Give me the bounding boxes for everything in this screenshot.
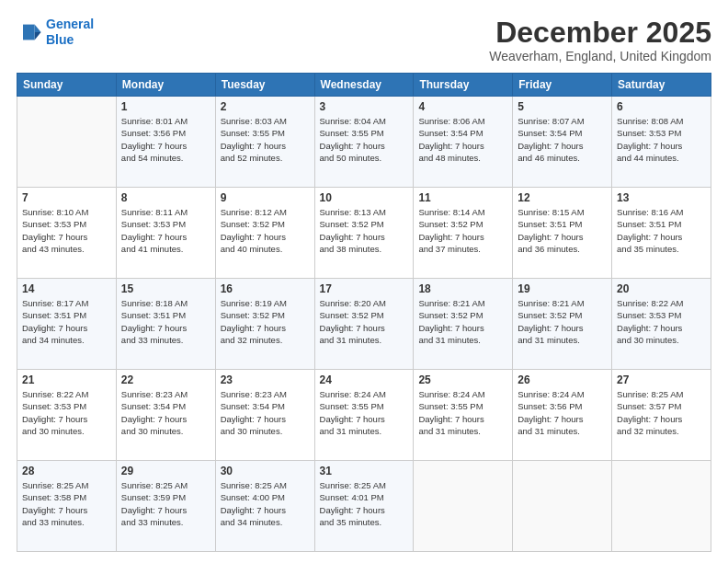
calendar-cell: 31Sunrise: 8:25 AMSunset: 4:01 PMDayligh… <box>314 461 414 552</box>
day-info: Sunrise: 8:22 AMSunset: 3:53 PMDaylight:… <box>22 388 111 437</box>
day-number: 19 <box>518 282 607 295</box>
day-number: 7 <box>22 191 111 204</box>
calendar-week-4: 21Sunrise: 8:22 AMSunset: 3:53 PMDayligh… <box>17 370 711 461</box>
day-info: Sunrise: 8:12 AMSunset: 3:52 PMDaylight:… <box>221 206 310 255</box>
day-info: Sunrise: 8:16 AMSunset: 3:51 PMDaylight:… <box>617 206 706 255</box>
calendar-cell: 15Sunrise: 8:18 AMSunset: 3:51 PMDayligh… <box>116 279 215 370</box>
calendar-cell: 19Sunrise: 8:21 AMSunset: 3:52 PMDayligh… <box>513 279 612 370</box>
calendar-title: December 2025 <box>489 17 711 49</box>
calendar-cell: 3Sunrise: 8:04 AMSunset: 3:55 PMDaylight… <box>314 97 414 188</box>
day-number: 18 <box>418 282 507 295</box>
calendar-cell: 25Sunrise: 8:24 AMSunset: 3:55 PMDayligh… <box>414 370 513 461</box>
col-tuesday: Tuesday <box>215 74 314 97</box>
logo-text: General Blue <box>46 17 94 48</box>
day-info: Sunrise: 8:06 AMSunset: 3:54 PMDaylight:… <box>418 115 507 164</box>
calendar-cell: 24Sunrise: 8:24 AMSunset: 3:55 PMDayligh… <box>314 370 414 461</box>
calendar-cell: 22Sunrise: 8:23 AMSunset: 3:54 PMDayligh… <box>116 370 215 461</box>
col-monday: Monday <box>116 74 215 97</box>
calendar-cell: 8Sunrise: 8:11 AMSunset: 3:53 PMDaylight… <box>116 188 215 279</box>
calendar-cell: 6Sunrise: 8:08 AMSunset: 3:53 PMDaylight… <box>612 97 711 188</box>
day-info: Sunrise: 8:10 AMSunset: 3:53 PMDaylight:… <box>22 206 111 255</box>
day-number: 16 <box>221 282 310 295</box>
logo-icon <box>17 19 42 45</box>
day-number: 10 <box>320 191 409 204</box>
day-number: 28 <box>22 465 111 477</box>
logo: General Blue <box>17 17 94 48</box>
day-info: Sunrise: 8:08 AMSunset: 3:53 PMDaylight:… <box>617 115 706 164</box>
calendar-cell: 26Sunrise: 8:24 AMSunset: 3:56 PMDayligh… <box>513 370 612 461</box>
day-info: Sunrise: 8:25 AMSunset: 3:57 PMDaylight:… <box>617 388 706 437</box>
day-info: Sunrise: 8:07 AMSunset: 3:54 PMDaylight:… <box>518 115 607 164</box>
day-info: Sunrise: 8:24 AMSunset: 3:55 PMDaylight:… <box>320 388 409 437</box>
calendar-cell <box>414 461 513 552</box>
calendar-cell: 23Sunrise: 8:23 AMSunset: 3:54 PMDayligh… <box>215 370 314 461</box>
day-number: 31 <box>320 465 409 477</box>
calendar-cell: 16Sunrise: 8:19 AMSunset: 3:52 PMDayligh… <box>215 279 314 370</box>
calendar-cell: 14Sunrise: 8:17 AMSunset: 3:51 PMDayligh… <box>17 279 117 370</box>
day-number: 2 <box>221 100 310 113</box>
day-number: 26 <box>518 373 607 386</box>
day-number: 14 <box>22 282 111 295</box>
calendar-cell: 30Sunrise: 8:25 AMSunset: 4:00 PMDayligh… <box>215 461 314 552</box>
calendar-cell: 13Sunrise: 8:16 AMSunset: 3:51 PMDayligh… <box>612 188 711 279</box>
day-number: 13 <box>617 191 706 204</box>
day-info: Sunrise: 8:24 AMSunset: 3:56 PMDaylight:… <box>518 388 607 437</box>
day-info: Sunrise: 8:21 AMSunset: 3:52 PMDaylight:… <box>518 297 607 346</box>
day-number: 22 <box>121 373 210 386</box>
day-info: Sunrise: 8:25 AMSunset: 3:58 PMDaylight:… <box>22 479 111 528</box>
calendar-cell: 2Sunrise: 8:03 AMSunset: 3:55 PMDaylight… <box>215 97 314 188</box>
day-number: 29 <box>121 465 210 477</box>
day-number: 15 <box>121 282 210 295</box>
day-info: Sunrise: 8:13 AMSunset: 3:52 PMDaylight:… <box>320 206 409 255</box>
day-number: 20 <box>617 282 706 295</box>
calendar-subtitle: Weaverham, England, United Kingdom <box>489 49 711 63</box>
calendar-cell: 17Sunrise: 8:20 AMSunset: 3:52 PMDayligh… <box>314 279 414 370</box>
page: General Blue December 2025 Weaverham, En… <box>0 0 728 563</box>
day-info: Sunrise: 8:25 AMSunset: 4:00 PMDaylight:… <box>221 479 310 528</box>
col-friday: Friday <box>513 74 612 97</box>
day-info: Sunrise: 8:04 AMSunset: 3:55 PMDaylight:… <box>320 115 409 164</box>
logo-line2: Blue <box>46 32 74 47</box>
calendar-table: Sunday Monday Tuesday Wednesday Thursday… <box>17 73 711 552</box>
day-number: 25 <box>418 373 507 386</box>
day-number: 9 <box>221 191 310 204</box>
calendar-cell: 7Sunrise: 8:10 AMSunset: 3:53 PMDaylight… <box>17 188 117 279</box>
calendar-week-3: 14Sunrise: 8:17 AMSunset: 3:51 PMDayligh… <box>17 279 711 370</box>
svg-marker-0 <box>35 24 41 31</box>
calendar-week-2: 7Sunrise: 8:10 AMSunset: 3:53 PMDaylight… <box>17 188 711 279</box>
calendar-week-5: 28Sunrise: 8:25 AMSunset: 3:58 PMDayligh… <box>17 461 711 552</box>
calendar-cell <box>612 461 711 552</box>
calendar-cell: 29Sunrise: 8:25 AMSunset: 3:59 PMDayligh… <box>116 461 215 552</box>
day-number: 30 <box>221 465 310 477</box>
day-number: 11 <box>418 191 507 204</box>
calendar-cell <box>17 97 117 188</box>
day-info: Sunrise: 8:25 AMSunset: 4:01 PMDaylight:… <box>320 479 409 528</box>
calendar-cell: 1Sunrise: 8:01 AMSunset: 3:56 PMDaylight… <box>116 97 215 188</box>
calendar-cell: 20Sunrise: 8:22 AMSunset: 3:53 PMDayligh… <box>612 279 711 370</box>
day-number: 8 <box>121 191 210 204</box>
calendar-cell: 10Sunrise: 8:13 AMSunset: 3:52 PMDayligh… <box>314 188 414 279</box>
day-number: 21 <box>22 373 111 386</box>
day-number: 24 <box>320 373 409 386</box>
day-number: 4 <box>418 100 507 113</box>
day-info: Sunrise: 8:20 AMSunset: 3:52 PMDaylight:… <box>320 297 409 346</box>
day-info: Sunrise: 8:23 AMSunset: 3:54 PMDaylight:… <box>121 388 210 437</box>
day-number: 12 <box>518 191 607 204</box>
day-number: 1 <box>121 100 210 113</box>
col-thursday: Thursday <box>414 74 513 97</box>
svg-marker-1 <box>35 32 41 40</box>
calendar-week-1: 1Sunrise: 8:01 AMSunset: 3:56 PMDaylight… <box>17 97 711 188</box>
logo-line1: General <box>46 17 94 31</box>
day-info: Sunrise: 8:01 AMSunset: 3:56 PMDaylight:… <box>121 115 210 164</box>
day-number: 17 <box>320 282 409 295</box>
calendar-cell: 9Sunrise: 8:12 AMSunset: 3:52 PMDaylight… <box>215 188 314 279</box>
day-info: Sunrise: 8:24 AMSunset: 3:55 PMDaylight:… <box>418 388 507 437</box>
day-number: 3 <box>320 100 409 113</box>
calendar-cell: 5Sunrise: 8:07 AMSunset: 3:54 PMDaylight… <box>513 97 612 188</box>
day-info: Sunrise: 8:11 AMSunset: 3:53 PMDaylight:… <box>121 206 210 255</box>
day-info: Sunrise: 8:25 AMSunset: 3:59 PMDaylight:… <box>121 479 210 528</box>
svg-rect-2 <box>23 24 35 40</box>
calendar-cell: 27Sunrise: 8:25 AMSunset: 3:57 PMDayligh… <box>612 370 711 461</box>
calendar-cell <box>513 461 612 552</box>
col-wednesday: Wednesday <box>314 74 414 97</box>
